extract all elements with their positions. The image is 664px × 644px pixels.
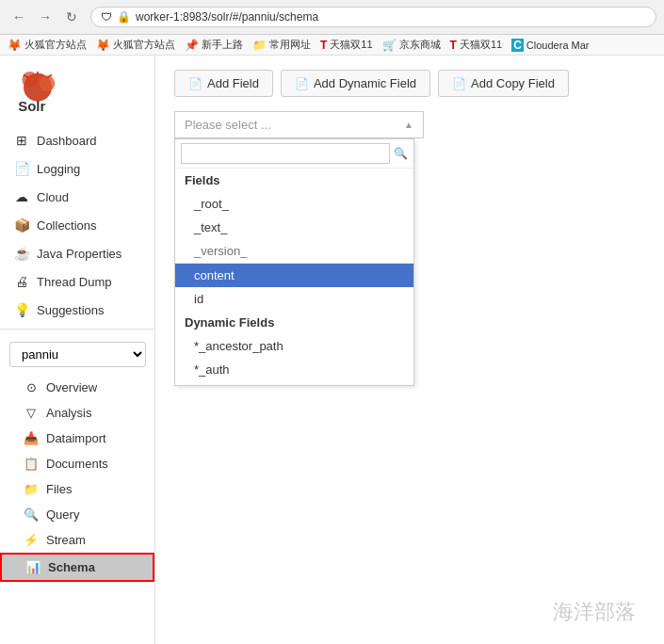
bookmark-label: 新手上路 (202, 38, 243, 52)
dropdown-wrapper: Please select ... ▲ 🔍 Fields _root_ _tex… (174, 111, 424, 138)
cloud-icon: ☁ (14, 189, 29, 204)
field-item-id[interactable]: id (175, 287, 413, 311)
address-bar[interactable]: 🛡 🔒 worker-1:8983/solr/#/panniu/schema (90, 7, 656, 27)
dynamic-field-item-auth[interactable]: *_auth (175, 358, 413, 381)
query-icon: 🔍 (24, 507, 39, 522)
bookmark-icon: T (320, 39, 327, 52)
back-button[interactable]: ← (8, 6, 30, 28)
forward-button[interactable]: → (34, 6, 57, 28)
bookmark-tmall2[interactable]: T 天猫双11 (450, 38, 503, 52)
sidebar-item-label: Java Properties (37, 247, 121, 261)
java-icon: ☕ (14, 246, 29, 261)
sidebar-divider (0, 329, 154, 330)
bookmark-label: 火狐官方站点 (113, 38, 175, 52)
sub-nav-label: Query (46, 507, 79, 522)
search-icon: 🔍 (394, 147, 408, 160)
sub-nav-files[interactable]: 📁 Files (0, 476, 154, 502)
collections-icon: 📦 (14, 217, 29, 233)
fields-section-header: Fields (175, 169, 413, 192)
dynamic-field-item-b[interactable]: *_b (175, 381, 413, 385)
field-item-text[interactable]: _text_ (175, 216, 413, 239)
main-content: 📄 Add Field 📄 Add Dynamic Field 📄 Add Co… (155, 56, 664, 644)
sidebar-item-label: Collections (37, 218, 97, 233)
bookmark-cloudera[interactable]: C Cloudera Mar (511, 39, 589, 52)
dropdown-trigger[interactable]: Please select ... ▲ (174, 111, 424, 138)
sidebar-item-label: Cloud (37, 190, 69, 204)
sub-nav-label: Dataimport (46, 431, 106, 445)
sub-nav-label: Overview (46, 380, 97, 394)
reload-button[interactable]: ↻ (60, 6, 83, 28)
sub-nav-overview[interactable]: ⊙ Overview (0, 375, 154, 400)
field-item-content[interactable]: content (175, 264, 413, 287)
bookmark-icon: 🦊 (8, 39, 22, 52)
add-dynamic-field-label: Add Dynamic Field (314, 76, 416, 90)
dropdown-placeholder: Please select ... (185, 118, 271, 132)
analysis-icon: ▽ (24, 406, 39, 420)
watermark: 海洋部落 (553, 598, 636, 626)
sidebar-item-java-properties[interactable]: ☕ Java Properties (0, 239, 154, 267)
bookmark-label: 天猫双11 (460, 38, 502, 52)
bookmark-jd[interactable]: 🛒 京东商城 (382, 38, 441, 52)
add-dynamic-field-button[interactable]: 📄 Add Dynamic Field (281, 70, 430, 97)
security-icon: 🛡 (101, 10, 112, 24)
sidebar-item-suggestions[interactable]: 💡 Suggestions (0, 296, 154, 324)
bookmark-label: 火狐官方站点 (24, 38, 87, 52)
sub-nav-label: Analysis (46, 406, 91, 420)
bookmark-common[interactable]: 📁 常用网址 (252, 38, 311, 52)
collection-selector: panniu (0, 334, 154, 375)
sidebar-item-label: Dashboard (37, 134, 97, 148)
lock-icon: 🔒 (117, 10, 131, 24)
dynamic-field-item-ancestor[interactable]: *_ancestor_path (175, 334, 413, 358)
bookmarks-bar: 🦊 火狐官方站点 🦊 火狐官方站点 📌 新手上路 📁 常用网址 T 天猫双11 … (0, 35, 664, 56)
sub-nav-query[interactable]: 🔍 Query (0, 502, 154, 527)
app-container: Solr ⊞ Dashboard 📄 Logging ☁ Cloud (0, 56, 664, 644)
sidebar-item-logging[interactable]: 📄 Logging (0, 154, 154, 183)
url-text: worker-1:8983/solr/#/panniu/schema (136, 10, 318, 24)
collection-select[interactable]: panniu (9, 342, 146, 367)
bookmark-label: 京东商城 (399, 38, 441, 52)
dynamic-fields-section-header: Dynamic Fields (175, 311, 413, 334)
solr-logo-svg: Solr (14, 70, 61, 117)
bookmark-label: 常用网址 (269, 38, 311, 52)
dropdown-search-input[interactable] (181, 143, 390, 164)
sidebar-item-label: Thread Dump (37, 275, 111, 289)
field-item-root[interactable]: _root_ (175, 192, 413, 216)
suggestions-icon: 💡 (14, 302, 29, 317)
dataimport-icon: 📥 (24, 431, 39, 445)
sidebar-item-collections[interactable]: 📦 Collections (0, 211, 154, 239)
sub-nav-schema[interactable]: 📊 Schema (0, 553, 154, 582)
sidebar-item-label: Suggestions (37, 303, 105, 317)
bookmark-foxfire1[interactable]: 🦊 火狐官方站点 (8, 38, 87, 52)
bookmark-icon: 📁 (252, 39, 267, 52)
bookmark-label: Cloudera Mar (526, 40, 590, 51)
svg-text:Solr: Solr (18, 98, 45, 114)
bookmark-newuser[interactable]: 📌 新手上路 (185, 38, 243, 52)
sidebar-nav: ⊞ Dashboard 📄 Logging ☁ Cloud 📦 Collecti… (0, 126, 154, 644)
add-copy-field-button[interactable]: 📄 Add Copy Field (438, 70, 569, 97)
nav-buttons: ← → ↻ (8, 6, 83, 28)
sidebar-item-cloud[interactable]: ☁ Cloud (0, 183, 154, 211)
files-icon: 📁 (24, 482, 39, 496)
svg-point-2 (22, 72, 38, 88)
sub-nav-label: Files (46, 482, 72, 496)
sub-nav-label: Documents (46, 457, 108, 471)
add-field-label: Add Field (207, 76, 259, 90)
add-dynamic-field-icon: 📄 (295, 77, 309, 90)
bookmark-icon: 📌 (185, 39, 199, 52)
add-field-button[interactable]: 📄 Add Field (174, 70, 273, 97)
dropdown-search: 🔍 (175, 139, 413, 169)
sub-nav-documents[interactable]: 📋 Documents (0, 451, 154, 476)
sub-nav-label: Stream (46, 533, 86, 547)
bookmark-foxfire2[interactable]: 🦊 火狐官方站点 (96, 38, 175, 52)
sidebar-item-dashboard[interactable]: ⊞ Dashboard (0, 126, 154, 154)
field-item-version[interactable]: _version_ (175, 239, 413, 264)
documents-icon: 📋 (24, 457, 39, 471)
sub-nav-analysis[interactable]: ▽ Analysis (0, 400, 154, 426)
sidebar-item-thread-dump[interactable]: 🖨 Thread Dump (0, 267, 154, 296)
thread-icon: 🖨 (14, 274, 29, 289)
sidebar-item-label: Logging (37, 162, 80, 176)
bookmark-tmall1[interactable]: T 天猫双11 (320, 38, 373, 52)
sub-nav-dataimport[interactable]: 📥 Dataimport (0, 426, 154, 451)
sub-nav-stream[interactable]: ⚡ Stream (0, 527, 154, 553)
toolbar: 📄 Add Field 📄 Add Dynamic Field 📄 Add Co… (174, 70, 645, 97)
